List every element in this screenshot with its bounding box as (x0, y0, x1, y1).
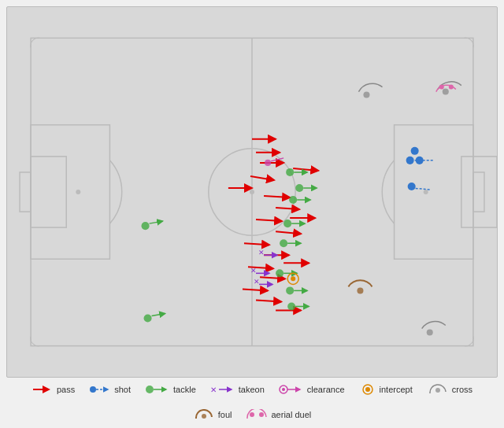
svg-point-40 (280, 239, 287, 247)
svg-point-38 (284, 220, 291, 227)
legend: pass shot (6, 378, 498, 422)
svg-text:✕: ✕ (210, 386, 217, 394)
shot-label: shot (114, 385, 131, 394)
svg-point-32 (286, 168, 294, 176)
legend-cross: cross (427, 384, 472, 395)
svg-point-87 (202, 414, 206, 419)
intercept-label: intercept (380, 385, 413, 394)
svg-point-85 (365, 387, 370, 392)
svg-point-67 (291, 276, 295, 281)
svg-point-36 (289, 196, 297, 204)
svg-point-7 (76, 190, 80, 194)
svg-point-72 (439, 85, 444, 90)
svg-point-68 (357, 287, 363, 293)
tackle-icon (145, 384, 170, 395)
svg-point-4 (250, 190, 254, 194)
svg-point-86 (435, 388, 440, 393)
foul-label: foul (218, 410, 232, 419)
svg-point-54 (411, 147, 419, 155)
cross-label: cross (452, 385, 472, 394)
legend-shot: shot (89, 385, 131, 394)
svg-point-48 (142, 222, 150, 230)
svg-point-34 (295, 184, 303, 192)
pass-label: pass (57, 385, 75, 394)
intercept-icon (359, 384, 376, 395)
legend-aerial-duel: aerial duel (246, 409, 311, 420)
takeon-label: takeon (239, 385, 265, 394)
svg-text:✕: ✕ (258, 249, 265, 256)
pitch-container: ✕ ✕ ✕ (6, 6, 498, 378)
svg-point-46 (287, 302, 295, 310)
svg-text:✕: ✕ (250, 267, 257, 275)
takeon-icon: ✕ (210, 384, 235, 395)
clearance-label: clearance (307, 385, 345, 394)
legend-tackle: tackle (145, 384, 196, 395)
tackle-label: tackle (173, 385, 196, 394)
svg-point-52 (406, 157, 414, 164)
svg-point-75 (90, 386, 96, 393)
svg-point-50 (144, 315, 152, 323)
legend-intercept: intercept (359, 384, 413, 395)
svg-point-56 (408, 183, 416, 190)
svg-point-69 (363, 92, 369, 98)
pitch-svg: ✕ ✕ ✕ (7, 7, 497, 377)
svg-point-10 (424, 190, 428, 194)
svg-point-71 (427, 330, 433, 336)
pass-icon (32, 385, 54, 394)
cross-icon (427, 384, 449, 395)
svg-point-89 (259, 412, 264, 417)
svg-point-88 (250, 412, 254, 417)
svg-point-44 (286, 286, 294, 294)
legend-clearance: clearance (279, 384, 345, 395)
svg-point-77 (146, 386, 154, 393)
svg-point-64 (265, 160, 271, 166)
aerial-duel-icon (246, 409, 268, 420)
aerial-duel-label: aerial duel (271, 410, 311, 419)
svg-point-73 (449, 85, 454, 90)
svg-point-70 (443, 89, 449, 95)
svg-point-82 (282, 388, 285, 391)
foul-icon (193, 409, 215, 420)
legend-takeon: ✕ takeon (210, 384, 265, 395)
clearance-icon (279, 384, 304, 395)
svg-point-42 (276, 269, 284, 277)
legend-pass: pass (32, 385, 75, 394)
shot-icon (89, 385, 111, 394)
main-container: ✕ ✕ ✕ (0, 0, 504, 428)
svg-text:✕: ✕ (254, 278, 260, 286)
legend-foul: foul (193, 409, 232, 420)
